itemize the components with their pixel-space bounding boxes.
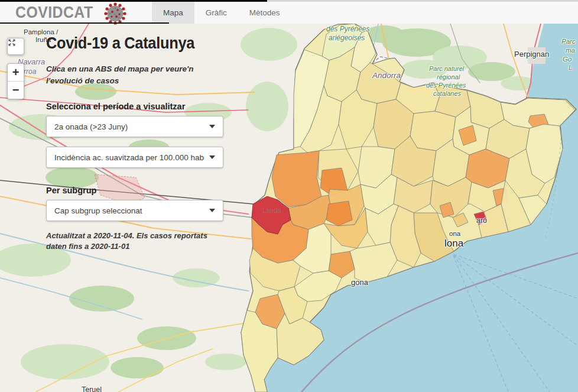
- tab-mapa[interactable]: Mapa: [152, 2, 194, 24]
- dropdown-caret-icon: [209, 155, 215, 159]
- page-title: Covid-19 a Catalunya: [46, 34, 213, 53]
- expand-arrows-icon: [8, 38, 16, 47]
- map-instruction-text: Clica en una ABS del mapa per veure'n l'…: [46, 63, 223, 86]
- subgroup-select-value: Cap subgrup seleccionat: [54, 206, 204, 215]
- subgroup-select[interactable]: Cap subgrup seleccionat: [46, 200, 223, 221]
- tab-grafic[interactable]: Gràfic: [194, 2, 238, 24]
- dropdown-caret-icon: [209, 125, 215, 128]
- header-brand-underline: [0, 22, 169, 24]
- tab-metodes[interactable]: Mètodes: [238, 2, 291, 24]
- main-nav: Mapa Gràfic Mètodes: [152, 2, 291, 24]
- top-loading-strip: [0, 0, 578, 2]
- app-logo-text: COVIDCAT: [15, 4, 93, 22]
- metric-select-value: Incidència ac. suavitzada per 100.000 ha…: [54, 153, 204, 162]
- info-panel: Covid-19 a Catalunya Clica en una ABS de…: [46, 34, 223, 252]
- period-select-value: 2a onada (>23 Juny): [54, 122, 204, 131]
- updated-note: Actualitzat a 2020-11-04. Els casos repo…: [46, 231, 226, 252]
- perpignan-urban-area: [528, 47, 545, 64]
- abs-region[interactable]: [272, 151, 322, 207]
- fullscreen-button[interactable]: [7, 38, 24, 55]
- coronavirus-icon: [103, 2, 127, 25]
- app-header: COVIDCAT: [0, 2, 578, 24]
- map-canvas[interactable]: Pamplona / Iruña Navarra rroa des Pyréné…: [0, 24, 578, 392]
- period-select[interactable]: 2a onada (>23 Juny): [46, 116, 223, 137]
- metric-select[interactable]: Incidència ac. suavitzada per 100.000 ha…: [46, 147, 223, 168]
- subgroup-label: Per subgrup: [46, 186, 223, 195]
- dropdown-caret-icon: [209, 209, 215, 212]
- zoom-in-button[interactable]: +: [8, 64, 24, 82]
- period-label: Selecciona el període a visualitzar: [46, 102, 223, 111]
- zoom-control: + −: [7, 63, 24, 99]
- zoom-out-button[interactable]: −: [8, 82, 24, 99]
